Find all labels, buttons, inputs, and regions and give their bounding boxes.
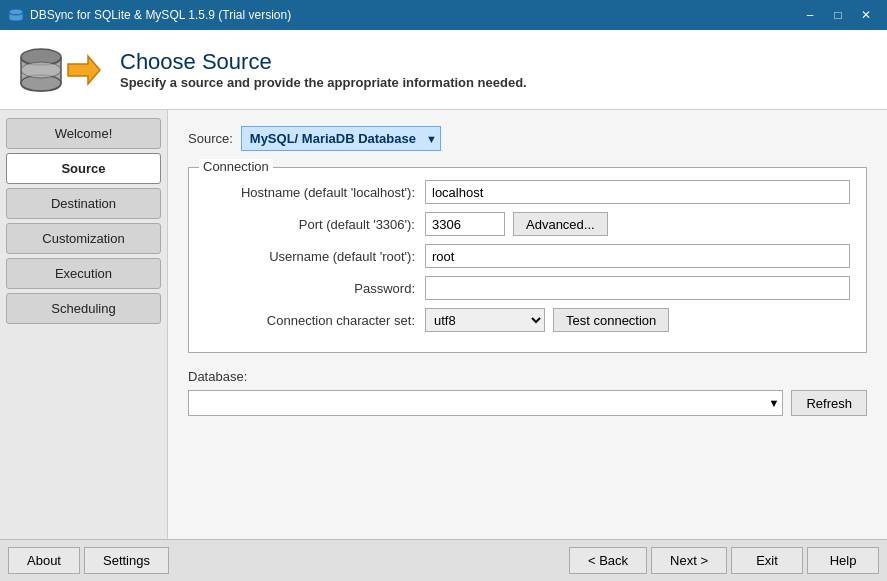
test-connection-button[interactable]: Test connection xyxy=(553,308,669,332)
page-subtitle: Specify a source and provide the appropr… xyxy=(120,75,527,90)
password-label: Password: xyxy=(205,281,425,296)
bottom-left-buttons: About Settings xyxy=(8,547,169,574)
charset-select[interactable]: utf8 latin1 utf8mb4 xyxy=(425,308,545,332)
database-select[interactable] xyxy=(188,390,783,416)
header-icons xyxy=(16,45,104,95)
content-area: Source: MySQL/ MariaDB Database SQLite D… xyxy=(168,110,887,539)
sidebar: Welcome! Source Destination Customizatio… xyxy=(0,110,168,539)
bottom-right-buttons: < Back Next > Exit Help xyxy=(569,547,879,574)
window-controls: – □ ✕ xyxy=(797,5,879,25)
database-section: Database: ▼ Refresh xyxy=(188,369,867,416)
password-input[interactable] xyxy=(425,276,850,300)
source-label: Source: xyxy=(188,131,233,146)
app-header: Choose Source Specify a source and provi… xyxy=(0,30,887,110)
svg-marker-4 xyxy=(68,56,100,84)
database-row: ▼ Refresh xyxy=(188,390,867,416)
password-row: Password: xyxy=(205,276,850,300)
database-icon xyxy=(16,45,66,95)
exit-button[interactable]: Exit xyxy=(731,547,803,574)
port-label: Port (default '3306'): xyxy=(205,217,425,232)
charset-row: Connection character set: utf8 latin1 ut… xyxy=(205,308,850,332)
back-button[interactable]: < Back xyxy=(569,547,647,574)
svg-point-3 xyxy=(21,62,61,78)
sidebar-item-source[interactable]: Source xyxy=(6,153,161,184)
app-icon xyxy=(8,7,24,23)
bottom-bar: About Settings < Back Next > Exit Help xyxy=(0,539,887,581)
main-content: Welcome! Source Destination Customizatio… xyxy=(0,110,887,539)
username-input[interactable] xyxy=(425,244,850,268)
next-button[interactable]: Next > xyxy=(651,547,727,574)
source-select[interactable]: MySQL/ MariaDB Database SQLite Database xyxy=(241,126,441,151)
app-title: DBSync for SQLite & MySQL 1.5.9 (Trial v… xyxy=(30,8,797,22)
database-select-wrapper: ▼ xyxy=(188,390,783,416)
advanced-button[interactable]: Advanced... xyxy=(513,212,608,236)
username-row: Username (default 'root'): xyxy=(205,244,850,268)
source-select-wrapper: MySQL/ MariaDB Database SQLite Database … xyxy=(241,126,441,151)
header-text: Choose Source Specify a source and provi… xyxy=(120,49,527,90)
database-label: Database: xyxy=(188,369,867,384)
sidebar-item-destination[interactable]: Destination xyxy=(6,188,161,219)
connection-group: Connection Hostname (default 'localhost'… xyxy=(188,167,867,353)
title-bar: DBSync for SQLite & MySQL 1.5.9 (Trial v… xyxy=(0,0,887,30)
hostname-row: Hostname (default 'localhost'): xyxy=(205,180,850,204)
connection-group-title: Connection xyxy=(199,159,273,174)
username-label: Username (default 'root'): xyxy=(205,249,425,264)
about-button[interactable]: About xyxy=(8,547,80,574)
arrow-icon xyxy=(60,48,104,92)
hostname-label: Hostname (default 'localhost'): xyxy=(205,185,425,200)
refresh-button[interactable]: Refresh xyxy=(791,390,867,416)
sidebar-item-welcome[interactable]: Welcome! xyxy=(6,118,161,149)
port-input[interactable] xyxy=(425,212,505,236)
source-row: Source: MySQL/ MariaDB Database SQLite D… xyxy=(188,126,867,151)
port-row: Port (default '3306'): Advanced... xyxy=(205,212,850,236)
close-button[interactable]: ✕ xyxy=(853,5,879,25)
charset-label: Connection character set: xyxy=(205,313,425,328)
sidebar-item-customization[interactable]: Customization xyxy=(6,223,161,254)
minimize-button[interactable]: – xyxy=(797,5,823,25)
page-title: Choose Source xyxy=(120,49,527,75)
hostname-input[interactable] xyxy=(425,180,850,204)
sidebar-item-execution[interactable]: Execution xyxy=(6,258,161,289)
sidebar-item-scheduling[interactable]: Scheduling xyxy=(6,293,161,324)
help-button[interactable]: Help xyxy=(807,547,879,574)
maximize-button[interactable]: □ xyxy=(825,5,851,25)
settings-button[interactable]: Settings xyxy=(84,547,169,574)
